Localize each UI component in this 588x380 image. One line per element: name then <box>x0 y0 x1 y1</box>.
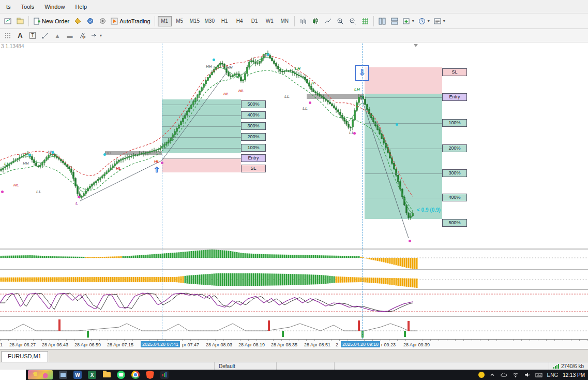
indicator-panel-oscillator[interactable] <box>0 289 588 316</box>
taskbar-widget-thumbnail[interactable] <box>28 370 53 379</box>
down-arrow-marker[interactable]: ⇩ <box>355 65 369 81</box>
notification-dot-icon[interactable] <box>478 372 485 378</box>
timeframe-d1[interactable]: D1 <box>248 16 262 26</box>
label-button[interactable]: T <box>26 30 39 41</box>
fib-level-label: 300% <box>442 169 467 177</box>
grid-button[interactable] <box>359 16 371 27</box>
text-button[interactable]: A <box>14 30 26 41</box>
fib-level-line <box>162 126 241 127</box>
metaeditor-button[interactable] <box>71 16 84 27</box>
chrome-app-icon[interactable] <box>131 371 140 379</box>
volume-icon[interactable] <box>524 372 531 378</box>
swing-label-ll: LL <box>36 189 41 194</box>
price-chart[interactable]: 3 1.13484 500%400%300%200%100%EntrySL100… <box>0 42 588 249</box>
navigator-button[interactable] <box>96 16 109 27</box>
cascade-windows-button[interactable] <box>388 16 401 27</box>
autotrading-button[interactable]: AutoTrading <box>109 16 153 27</box>
dropdown-caret-icon: ▾ <box>412 19 414 23</box>
fib-level-label: 400% <box>442 194 467 201</box>
timeframe-w1[interactable]: W1 <box>263 16 277 26</box>
file-explorer-icon[interactable] <box>102 371 111 379</box>
whatsapp-app-icon[interactable]: ☎ <box>117 371 125 379</box>
swing-label-lh: LH <box>309 81 314 85</box>
swing-label-ll: LL <box>303 106 308 111</box>
time-axis-label: 28 Apr 08:19 <box>238 342 265 347</box>
timeframe-m15[interactable]: M15 <box>188 16 202 26</box>
indicator-panel-histogram-2[interactable] <box>0 269 588 289</box>
fib-level-label: 400% <box>241 111 266 119</box>
taskbar-start-area[interactable] <box>0 370 26 380</box>
market-watch-button[interactable] <box>84 16 96 27</box>
excel-app-icon[interactable]: X <box>88 371 96 379</box>
word-app-icon[interactable]: W <box>73 371 82 379</box>
profile-label: Default <box>219 363 235 369</box>
indicator-panel-signal[interactable] <box>0 316 588 339</box>
signal-dot <box>353 132 356 135</box>
profile-selector[interactable]: Default <box>214 362 276 370</box>
language-indicator[interactable]: ENG <box>547 372 559 378</box>
timeframe-mn[interactable]: MN <box>278 16 292 26</box>
clock-time[interactable]: 12:13 PM <box>563 372 585 378</box>
time-axis-label: 28 Apr 08:35 <box>271 342 297 347</box>
wifi-icon[interactable] <box>512 372 519 378</box>
toolbar-separator <box>294 16 295 26</box>
metaeditor-icon <box>74 18 81 24</box>
dropdown-caret-icon: ▾ <box>443 19 445 23</box>
indicator-panel-histogram-1[interactable] <box>0 249 588 269</box>
time-axis-label: 28 Apr 08:03 <box>206 342 232 347</box>
onedrive-cloud-icon[interactable] <box>500 372 507 378</box>
menu-charts-partial[interactable]: ts <box>1 2 16 12</box>
fib-level-label: 500% <box>442 219 467 227</box>
time-axis[interactable]: 128 Apr 06:2728 Apr 06:4328 Apr 06:5928 … <box>0 339 588 349</box>
new-order-button[interactable]: New Order <box>31 16 71 27</box>
menu-help[interactable]: Help <box>70 2 92 12</box>
candlestick-button[interactable] <box>309 16 322 27</box>
connection-status[interactable]: 2740/6 kb <box>549 362 588 370</box>
system-app-icon[interactable] <box>59 371 67 379</box>
menu-window[interactable]: Window <box>39 2 70 12</box>
timeframe-m1[interactable]: M1 <box>158 16 172 26</box>
connection-bars-icon <box>553 364 559 369</box>
bar-chart-button[interactable] <box>297 16 309 27</box>
chart-window[interactable]: 3 1.13484 500%400%300%200%100%EntrySL100… <box>0 42 588 349</box>
indicators-button[interactable]: ▾ <box>401 16 416 27</box>
periods-button[interactable]: ▾ <box>416 16 432 27</box>
tray-expand-icon[interactable] <box>489 372 495 378</box>
crosshair-button[interactable] <box>2 30 14 41</box>
zoom-out-button[interactable] <box>346 16 359 27</box>
fibonacci-button[interactable]: F <box>76 30 88 41</box>
menu-tools[interactable]: Tools <box>16 2 40 12</box>
fib-level-label: 200% <box>241 133 266 141</box>
templates-button[interactable]: ▾ <box>432 16 447 27</box>
profiles-button[interactable] <box>14 16 26 27</box>
trendline-button[interactable] <box>39 30 51 41</box>
timeframe-h4[interactable]: H4 <box>233 16 247 26</box>
new-chart-button[interactable] <box>2 16 14 27</box>
rectangle-icon: ▬ <box>67 33 73 39</box>
timeframe-m30[interactable]: M30 <box>203 16 217 26</box>
metatrader-app-icon[interactable] <box>160 371 169 379</box>
line-chart-button[interactable] <box>322 16 334 27</box>
toolbar-separator <box>373 16 374 26</box>
signal-dot <box>1 191 4 193</box>
indicators-icon <box>403 18 410 25</box>
touch-keyboard-icon[interactable] <box>535 372 542 378</box>
timeframe-bar: M1M5M15M30H1H4D1W1MN <box>157 16 292 26</box>
fibonacci-icon: F <box>79 32 86 39</box>
timeframe-m5[interactable]: M5 <box>173 16 187 26</box>
taskbar-app-icons: W X ☎ <box>59 371 169 379</box>
arrows-button[interactable]: ▾ <box>88 30 104 41</box>
chart-tab-eurusd-m1[interactable]: EURUSD,M1 <box>1 351 48 362</box>
zoom-in-button[interactable] <box>334 16 346 27</box>
tile-windows-button[interactable] <box>376 16 388 27</box>
time-axis-label: 28 Apr 09:39 <box>403 342 430 347</box>
timeframe-h1[interactable]: H1 <box>218 16 232 26</box>
up-arrow-marker[interactable]: ⇧ <box>154 166 160 173</box>
menu-bar: tsToolsWindowHelp <box>0 0 588 13</box>
fib-level-label: 200% <box>442 144 467 152</box>
rectangle-button[interactable]: ▬ <box>64 30 76 41</box>
channel-button[interactable]: ▲ <box>51 30 64 41</box>
chart-shift-marker[interactable] <box>414 44 418 47</box>
brave-app-icon[interactable] <box>146 371 154 379</box>
fib-level-line <box>162 105 241 105</box>
